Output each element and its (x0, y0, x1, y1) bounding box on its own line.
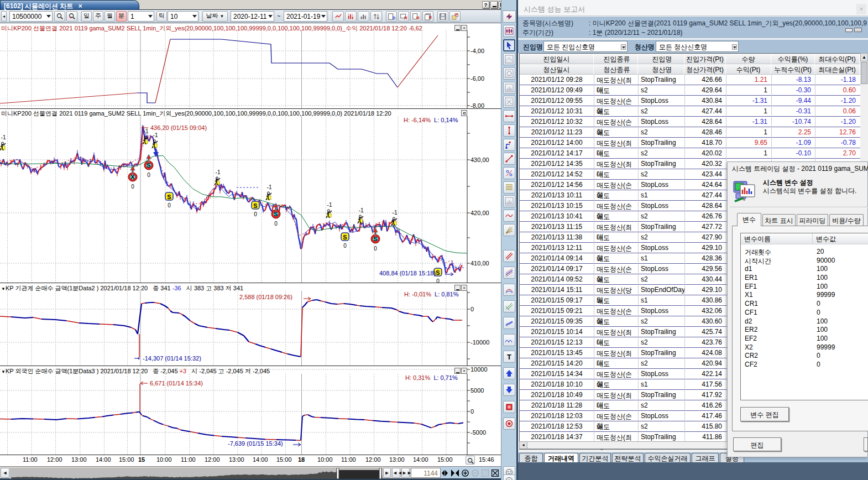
svg-text:0: 0 (147, 172, 150, 178)
svg-text:S: S (343, 234, 347, 241)
svg-text:S: S (373, 236, 377, 242)
svg-text:-1: -1 (216, 169, 221, 175)
svg-text:0: 0 (254, 211, 257, 217)
svg-text:-1: -1 (327, 202, 332, 208)
svg-text:0: 0 (343, 243, 347, 249)
svg-text:0: 0 (168, 202, 171, 208)
svg-text:-1: -1 (359, 207, 364, 213)
svg-text:T: T (507, 353, 511, 361)
svg-text:S: S (253, 202, 257, 209)
svg-text:-1: -1 (153, 132, 158, 138)
svg-text:S: S (274, 211, 278, 217)
svg-text:S: S (147, 162, 150, 169)
svg-text:1: 1 (508, 478, 510, 480)
svg-text:-1: -1 (393, 210, 398, 216)
svg-text:X: X (130, 174, 135, 180)
svg-text:2,588 (01/18 09:26): 2,588 (01/18 09:26) (239, 294, 292, 300)
svg-text:6,671 (01/14 15:34): 6,671 (01/14 15:34) (150, 380, 203, 387)
svg-text:-1: -1 (267, 184, 272, 190)
svg-text:408,84 (01/18 15:18): 408,84 (01/18 15:18) (379, 270, 436, 276)
svg-text:R: R (429, 15, 432, 19)
svg-text:-1: -1 (1, 134, 6, 140)
svg-text:436,20 (01/15 09:04): 436,20 (01/15 09:04) (150, 124, 207, 131)
svg-text:S: S (167, 194, 171, 200)
svg-text:0: 0 (274, 221, 278, 227)
svg-text:D: D (393, 15, 395, 20)
svg-text:-14,307 (01/14 15:32): -14,307 (01/14 15:32) (143, 355, 201, 362)
svg-text:R: R (404, 15, 407, 20)
svg-text:-7,639 (01/15 15:34): -7,639 (01/15 15:34) (228, 440, 283, 447)
svg-text:S: S (436, 269, 440, 276)
svg-text:0: 0 (374, 246, 377, 252)
svg-text:0: 0 (131, 184, 134, 190)
svg-text:0: 0 (436, 278, 440, 284)
svg-text:R: R (416, 15, 420, 20)
